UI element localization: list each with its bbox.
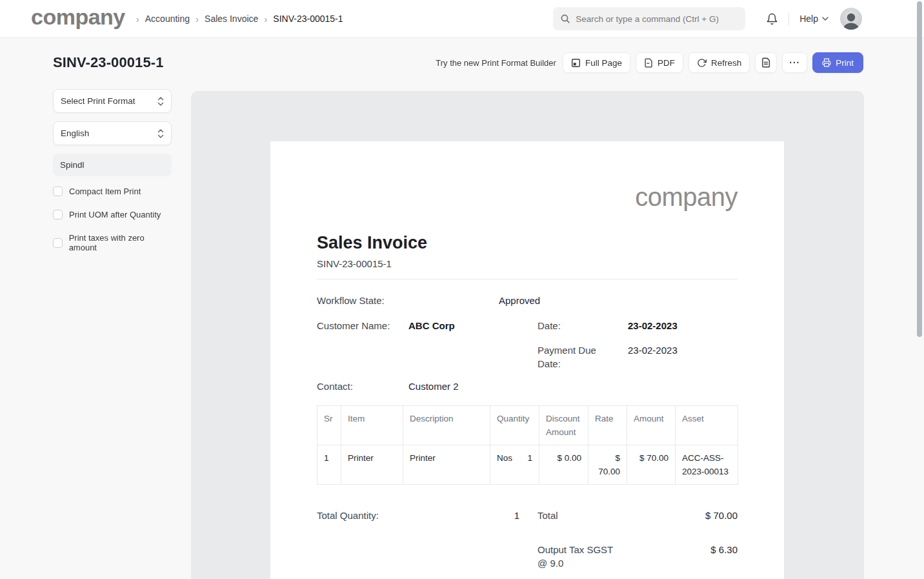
cell-asset: ACC-ASS-2023-00013 <box>676 445 738 485</box>
col-header-rate: Rate <box>588 406 627 445</box>
print-button[interactable]: Print <box>812 52 863 73</box>
navbar: company › Accounting › Sales Invoice › S… <box>0 0 924 38</box>
tax-value: $ 6.30 <box>710 543 738 570</box>
col-header-quantity: Quantity <box>490 406 539 445</box>
col-header-asset: Asset <box>676 406 738 445</box>
navbar-right: Help <box>553 7 862 30</box>
customer-date-row: Customer Name: ABC Corp Date: 23-02-2023 <box>317 319 738 332</box>
invoice-items-table: Sr Item Description Quantity Discount Am… <box>317 405 738 485</box>
compact-item-print-checkbox[interactable] <box>53 187 63 196</box>
cell-item: Printer <box>341 445 403 485</box>
printer-icon <box>822 58 831 67</box>
contact-row: Contact: Customer 2 <box>317 380 738 393</box>
total-quantity-row: Total Quantity: 1 <box>317 509 519 570</box>
breadcrumb-sales-invoice[interactable]: Sales Invoice <box>205 14 258 24</box>
header-actions: Try the new Print Format Builder Full Pa… <box>436 52 863 73</box>
page-title: SINV-23-00015-1 <box>53 54 164 71</box>
refresh-button[interactable]: Refresh <box>688 52 750 73</box>
invoice-paper: company Sales Invoice SINV-23-00015-1 Wo… <box>270 141 784 579</box>
total-quantity-label: Total Quantity: <box>317 509 379 570</box>
print-zero-tax-option: Print taxes with zero amount <box>53 233 172 252</box>
cell-rate: $ 70.00 <box>588 445 627 485</box>
document-icon <box>761 57 770 68</box>
col-header-sr: Sr <box>317 406 341 445</box>
tax-label: Output Tax SGST @ 9.0 <box>537 543 620 570</box>
letterhead-button[interactable]: Spindl <box>53 154 172 176</box>
date-value: 23-02-2023 <box>628 319 678 332</box>
bell-icon <box>766 13 778 25</box>
app-logo[interactable]: company <box>31 6 125 32</box>
avatar[interactable] <box>840 8 862 30</box>
col-header-description: Description <box>403 406 490 445</box>
navbar-divider <box>788 12 789 25</box>
cell-discount-amount: $ 0.00 <box>539 445 588 485</box>
invoice-totals: Total Quantity: 1 Total $ 70.00 Output T… <box>317 509 738 570</box>
print-preview-area: company Sales Invoice SINV-23-00015-1 Wo… <box>191 91 864 579</box>
invoice-title: Sales Invoice <box>317 232 738 253</box>
print-format-select-value: Select Print Format <box>61 96 136 106</box>
breadcrumb-accounting[interactable]: Accounting <box>145 14 190 24</box>
total-label: Total <box>537 509 558 522</box>
chevron-down-icon <box>822 16 829 21</box>
pdf-label: PDF <box>658 58 675 68</box>
contact-value: Customer 2 <box>408 380 459 393</box>
table-row: 1 Printer Printer Nos 1 $ 0.00 $ 70.00 $… <box>317 445 738 485</box>
compact-item-print-option: Compact Item Print <box>53 187 172 196</box>
chevron-up-down-icon <box>157 97 164 106</box>
full-page-button[interactable]: Full Page <box>563 52 630 73</box>
cell-qty-value: 1 <box>527 451 532 465</box>
payment-due-value: 23-02-2023 <box>628 343 678 371</box>
page-header: SINV-23-00015-1 Try the new Print Format… <box>53 52 863 74</box>
chevron-right-icon: › <box>264 14 267 25</box>
print-zero-tax-checkbox[interactable] <box>53 238 63 248</box>
date-label: Date: <box>537 319 628 332</box>
pdf-button[interactable]: PDF <box>636 52 683 73</box>
print-label: Print <box>836 58 854 68</box>
print-format-select[interactable]: Select Print Format <box>53 89 172 113</box>
notifications-button[interactable] <box>766 13 778 25</box>
refresh-label: Refresh <box>711 58 741 68</box>
breadcrumb: › Accounting › Sales Invoice › SINV-23-0… <box>130 14 343 25</box>
cell-quantity: Nos 1 <box>490 445 539 485</box>
pdf-file-icon <box>644 58 653 68</box>
customer-name-label: Customer Name: <box>317 319 408 332</box>
language-select[interactable]: English <box>53 121 172 145</box>
breadcrumb-current-doc[interactable]: SINV-23-00015-1 <box>273 14 343 24</box>
print-uom-label[interactable]: Print UOM after Quantity <box>69 210 161 219</box>
ellipsis-icon: ··· <box>789 57 800 68</box>
letterhead-value: Spindl <box>60 160 85 170</box>
print-uom-option: Print UOM after Quantity <box>53 210 172 219</box>
chevron-right-icon: › <box>196 14 199 25</box>
contact-label: Contact: <box>317 380 408 393</box>
print-format-builder-link[interactable]: Try the new Print Format Builder <box>436 58 556 68</box>
col-header-amount: Amount <box>627 406 676 445</box>
refresh-icon <box>697 58 707 68</box>
payment-due-row: Payment Due Date: 23-02-2023 <box>317 343 738 371</box>
search-input[interactable] <box>576 14 737 24</box>
cell-uom: Nos <box>497 451 512 465</box>
compact-item-print-label[interactable]: Compact Item Print <box>69 187 141 196</box>
workflow-state-row: Workflow State: Approved <box>317 294 738 307</box>
invoice-number: SINV-23-00015-1 <box>317 257 738 270</box>
total-quantity-value: 1 <box>514 509 519 570</box>
help-label: Help <box>799 14 818 24</box>
customer-name-value: ABC Corp <box>408 319 455 332</box>
cell-sr: 1 <box>317 445 341 485</box>
help-menu[interactable]: Help <box>799 14 829 24</box>
more-actions-button[interactable]: ··· <box>782 52 807 73</box>
chevron-right-icon: › <box>136 14 139 25</box>
language-select-value: English <box>61 128 89 138</box>
document-settings-button[interactable] <box>755 52 777 73</box>
col-header-discount-amount: Discount Amount <box>539 406 588 445</box>
full-page-icon <box>571 58 581 68</box>
print-uom-checkbox[interactable] <box>53 210 63 219</box>
full-page-label: Full Page <box>585 58 622 68</box>
search-icon <box>560 14 570 24</box>
invoice-divider <box>317 279 738 279</box>
print-zero-tax-label[interactable]: Print taxes with zero amount <box>69 233 172 252</box>
cell-amount: $ 70.00 <box>627 445 676 485</box>
global-search[interactable] <box>553 7 745 30</box>
vertical-scrollbar[interactable] <box>917 1 922 337</box>
invoice-company-logo: company <box>317 183 738 211</box>
total-value: $ 70.00 <box>705 509 738 522</box>
